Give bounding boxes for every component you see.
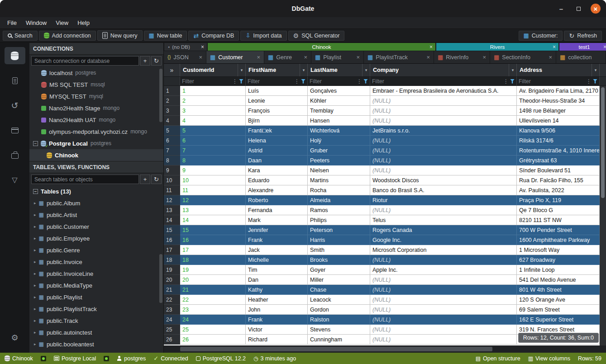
connection-item-nano2health-uat[interactable]: Nano2Health UATmongo bbox=[29, 114, 163, 126]
grid-cell[interactable]: 20 bbox=[180, 275, 246, 285]
tab-genre[interactable]: ▦Genre× bbox=[264, 51, 311, 63]
grid-cell[interactable]: 8210 111 ST NW bbox=[517, 215, 600, 225]
row-number[interactable]: 3 bbox=[164, 106, 180, 116]
grid-cell[interactable]: Microsoft Corporation bbox=[370, 245, 517, 255]
column-menu-button[interactable]: ▾ bbox=[592, 64, 599, 76]
grid-cell[interactable]: 4 bbox=[180, 116, 246, 126]
grid-cell[interactable]: 1 Infinite Loop bbox=[517, 265, 600, 275]
column-menu-button[interactable]: ▾ bbox=[362, 64, 370, 76]
close-tab-button[interactable]: × bbox=[603, 44, 606, 50]
row-number[interactable]: 5 bbox=[164, 126, 180, 136]
grid-cell[interactable]: Hansen bbox=[308, 116, 370, 126]
grid-cell[interactable]: Frank bbox=[246, 235, 308, 245]
grid-cell[interactable]: 5 bbox=[180, 126, 246, 136]
tab-sectioninfo[interactable]: ▦SectionInfo× bbox=[490, 51, 556, 63]
grid-cell[interactable]: 12 bbox=[180, 195, 246, 205]
row-number[interactable]: 12 bbox=[164, 195, 180, 205]
row-number[interactable]: 24 bbox=[164, 315, 180, 325]
table-item-public-playlist[interactable]: ▸▦public.Playlist bbox=[29, 291, 163, 303]
grid-cell[interactable]: (NULL) bbox=[370, 106, 517, 116]
grid-cell[interactable]: Harris bbox=[308, 235, 370, 245]
grid-cell[interactable]: Apple Inc. bbox=[370, 265, 517, 275]
grid-cell[interactable]: Embraer - Empresa Brasileira de Aeronáut… bbox=[370, 86, 517, 96]
grid-cell[interactable]: Klanova 9/506 bbox=[517, 126, 600, 136]
grid-cell[interactable]: Richard bbox=[246, 335, 308, 345]
row-number[interactable]: 10 bbox=[164, 175, 180, 185]
grid-cell[interactable]: Rua Dr. Falcão Filho, 155 bbox=[517, 175, 600, 185]
table-item-public-employee[interactable]: ▸▦public.Employee bbox=[29, 232, 163, 244]
grid-cell[interactable]: 15 bbox=[180, 225, 246, 235]
horizontal-scrollbar[interactable] bbox=[164, 345, 606, 353]
maximize-button[interactable] bbox=[573, 4, 583, 14]
grid-cell[interactable]: Kathy bbox=[246, 285, 308, 295]
grid-cell[interactable]: Grétrystraat 63 bbox=[517, 156, 600, 165]
tables-refresh-button[interactable]: ↻ bbox=[151, 175, 162, 184]
connection-item-olympus-medportal-vychozi-cz[interactable]: olympus-medportal.vychozi.czmongo bbox=[29, 126, 163, 137]
row-number[interactable]: 1 bbox=[164, 86, 180, 96]
column-header-address[interactable]: Address▾ bbox=[517, 64, 600, 76]
menu-item-window[interactable]: Window bbox=[21, 19, 51, 26]
tab-json[interactable]: {}JSON× bbox=[164, 51, 206, 63]
grid-cell[interactable]: (NULL) bbox=[370, 96, 517, 106]
grid-cell[interactable]: Tim bbox=[246, 265, 308, 275]
grid-cell[interactable]: 700 W Pender Street bbox=[517, 225, 600, 235]
grid-cell[interactable]: (NULL) bbox=[370, 255, 517, 265]
connections-search-input[interactable] bbox=[31, 56, 139, 66]
toolbar-new-query-button[interactable]: New query bbox=[97, 30, 143, 41]
close-tab-button[interactable]: × bbox=[553, 44, 556, 50]
grid-cell[interactable]: 26 bbox=[180, 335, 246, 345]
grid-cell[interactable]: Michelle bbox=[246, 255, 308, 265]
filter-input-firstname[interactable] bbox=[248, 78, 293, 85]
grid-cell[interactable]: Telus bbox=[370, 215, 517, 225]
filter-menu-icon[interactable]: ⋮ bbox=[503, 79, 509, 84]
grid-cell[interactable]: 16 bbox=[180, 235, 246, 245]
grid-cell[interactable]: Google Inc. bbox=[370, 235, 517, 245]
toolbar-add-connection-button[interactable]: Add connection bbox=[39, 31, 96, 41]
grid-cell[interactable]: Gonçalves bbox=[308, 86, 370, 96]
column-menu-button[interactable]: ▾ bbox=[238, 64, 245, 76]
grid-cell[interactable]: Sínder Boulevard 51 bbox=[517, 165, 600, 175]
column-menu-button[interactable]: ▾ bbox=[509, 64, 516, 76]
close-tab-button[interactable]: × bbox=[257, 54, 260, 61]
grid-cell[interactable]: Roberto bbox=[246, 195, 308, 205]
grid-cell[interactable]: 10 bbox=[180, 175, 246, 185]
grid-cell[interactable]: Banco do Brasil S.A. bbox=[370, 185, 517, 195]
grid-cell[interactable]: Eduardo bbox=[246, 175, 308, 185]
grid-cell[interactable]: 7 bbox=[180, 146, 246, 156]
row-number[interactable]: 15 bbox=[164, 225, 180, 235]
table-item-public-artist[interactable]: ▸▦public.Artist bbox=[29, 209, 163, 221]
grid-cell[interactable]: (NULL) bbox=[370, 116, 517, 126]
grid-cell[interactable]: Goyer bbox=[308, 265, 370, 275]
grid-cell[interactable]: 1 Microsoft Way bbox=[517, 245, 600, 255]
filter-input-company[interactable] bbox=[372, 78, 502, 85]
grid-cell[interactable]: Qe 7 Bloco G bbox=[517, 205, 600, 215]
grid-cell[interactable]: Fernanda bbox=[246, 205, 308, 215]
table-item-public-album[interactable]: ▸▦public.Album bbox=[29, 197, 163, 209]
grid-cell[interactable]: 1498 rue Bélanger bbox=[517, 106, 600, 116]
menu-item-help[interactable]: Help bbox=[73, 19, 94, 26]
tab-riverinfo[interactable]: ▦RiverInfo× bbox=[434, 51, 490, 63]
grid-cell[interactable]: (NULL) bbox=[370, 275, 517, 285]
grid-cell[interactable]: Mark bbox=[246, 215, 308, 225]
collapse-toggle[interactable]: − bbox=[33, 141, 38, 146]
grid-cell[interactable]: Peeters bbox=[308, 156, 370, 165]
grid-cell[interactable]: 13 bbox=[180, 205, 246, 215]
grid-cell[interactable]: Holý bbox=[308, 136, 370, 146]
grid-cell[interactable]: 14 bbox=[180, 215, 246, 225]
grid-cell[interactable]: Brooks bbox=[308, 255, 370, 265]
grid-cell[interactable]: 162 E Superior Street bbox=[517, 315, 600, 325]
grid-cell[interactable]: Victor bbox=[246, 325, 308, 335]
close-tab-button[interactable]: × bbox=[482, 54, 486, 61]
status-view-columns[interactable]: ▥View columns bbox=[528, 355, 570, 362]
grid-cell[interactable]: (NULL) bbox=[370, 315, 517, 325]
db-tab-chinook[interactable]: Chinook× bbox=[208, 43, 435, 51]
grid-cell[interactable]: 541 Del Medio Avenue bbox=[517, 275, 600, 285]
connection-item-ms-sql-test[interactable]: MS SQL TESTmssql bbox=[29, 79, 163, 90]
connection-item-postgre-local[interactable]: −✓Postgre Localpostgres bbox=[29, 137, 163, 149]
grid-cell[interactable]: 120 S Orange Ave bbox=[517, 295, 600, 305]
filter-menu-icon[interactable]: ⋮ bbox=[586, 79, 592, 84]
close-button[interactable]: × bbox=[591, 4, 601, 14]
grid-cell[interactable]: Ralston bbox=[308, 315, 370, 325]
connections-refresh-button[interactable]: ↻ bbox=[151, 56, 162, 66]
connection-item-mysql-test[interactable]: MYSQL TESTmysql bbox=[29, 90, 163, 102]
